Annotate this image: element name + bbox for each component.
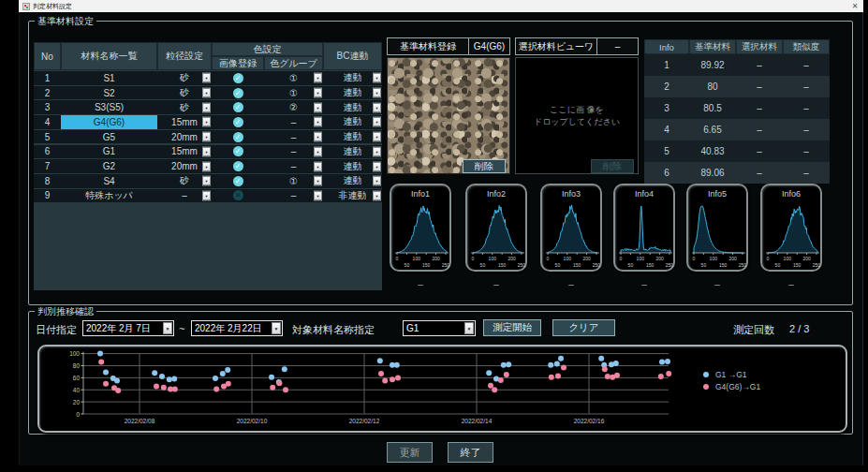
bc-link-select[interactable]: 連動▼ (323, 145, 382, 159)
color-group-select[interactable]: –▼ (264, 115, 323, 129)
grain-size-select[interactable]: 砂▼ (157, 174, 212, 188)
svg-text:0: 0 (472, 256, 475, 261)
chevron-down-icon[interactable]: ▼ (314, 102, 322, 112)
viewer-delete-button[interactable]: 削除 (591, 159, 634, 173)
info-row-sel: – (736, 119, 783, 140)
reference-delete-button[interactable]: 削除 (463, 159, 506, 173)
chevron-down-icon[interactable]: ▼ (373, 102, 381, 112)
cross-circle-icon: ✕ (233, 190, 243, 200)
chevron-down-icon[interactable]: ▼ (202, 88, 211, 98)
color-group-select[interactable]: –▼ (264, 189, 323, 203)
material-row-no: 1 (34, 71, 61, 85)
material-row-name[interactable]: S2 (61, 86, 157, 100)
chevron-down-icon[interactable]: ▼ (373, 132, 381, 142)
chevron-down-icon[interactable]: ▼ (314, 88, 322, 98)
info-card-value: – (686, 279, 748, 290)
measure-start-button[interactable]: 測定開始 (483, 319, 541, 336)
color-group-select[interactable]: –▼ (264, 145, 323, 159)
svg-text:200: 200 (582, 256, 591, 261)
grain-size-select[interactable]: 15mm▼ (157, 115, 212, 129)
chevron-down-icon[interactable]: ▼ (373, 88, 381, 98)
grain-size-select[interactable]: 20mm▼ (157, 159, 212, 173)
material-row-no: 2 (34, 86, 61, 100)
chevron-down-icon[interactable]: ▼ (314, 117, 322, 127)
update-button[interactable]: 更新 (387, 442, 433, 463)
info-card-value: – (465, 279, 527, 290)
chevron-down-icon[interactable]: ▼ (373, 117, 381, 127)
chevron-down-icon[interactable]: ▼ (314, 176, 322, 186)
grain-size-select[interactable]: –▼ (157, 189, 212, 203)
color-group-select[interactable]: ①▼ (264, 86, 323, 100)
bc-link-select[interactable]: 連動▼ (323, 130, 382, 144)
material-row-name[interactable]: G1 (61, 145, 157, 159)
chevron-down-icon[interactable]: ▼ (202, 161, 211, 171)
material-row-name[interactable]: S1 (61, 71, 157, 85)
check-circle-icon: ✓ (233, 102, 243, 112)
info-card: Info1050100150200250 (390, 184, 451, 272)
chevron-down-icon[interactable]: ▼ (202, 176, 211, 186)
chevron-down-icon[interactable]: ▼ (202, 102, 211, 112)
chevron-down-icon[interactable]: ▼ (314, 73, 322, 83)
target-material-combo[interactable]: G1 ▼ (403, 320, 476, 336)
exit-button[interactable]: 終了 (448, 442, 493, 463)
grain-size-select[interactable]: 15mm▼ (157, 145, 212, 159)
chevron-down-icon[interactable]: ▼ (202, 190, 211, 200)
material-row-name[interactable]: G2 (61, 159, 157, 173)
date-from-combo[interactable]: 2022年 2月 7日 ▼ (82, 320, 174, 336)
chevron-down-icon[interactable]: ▼ (314, 146, 322, 156)
legend-dot (703, 384, 709, 390)
image-drop-area[interactable]: ここに画 像を ドロップしてください (515, 57, 639, 174)
chevron-down-icon[interactable]: ▼ (202, 73, 211, 83)
grain-size-select[interactable]: 20mm▼ (157, 130, 212, 144)
svg-text:150: 150 (573, 262, 581, 268)
chevron-down-icon[interactable]: ▼ (373, 146, 381, 156)
info-row-no: 3 (644, 97, 689, 119)
scatter-point (97, 351, 103, 357)
color-group-select[interactable]: ①▼ (264, 174, 323, 188)
chevron-down-icon[interactable]: ▼ (373, 161, 381, 171)
chevron-down-icon[interactable]: ▼ (272, 322, 281, 334)
info-row-sim: – (783, 119, 830, 140)
material-row-name[interactable]: G5 (61, 130, 157, 144)
color-group-select[interactable]: ①▼ (264, 71, 323, 85)
chevron-down-icon[interactable]: ▼ (373, 190, 381, 200)
date-to-combo[interactable]: 2022年 2月22日 ▼ (191, 320, 283, 336)
color-group-select[interactable]: ②▼ (264, 100, 323, 114)
grain-size-select[interactable]: 砂▼ (157, 86, 212, 100)
bc-link-select[interactable]: 連動▼ (323, 174, 382, 188)
color-group-select[interactable]: –▼ (264, 130, 323, 144)
chevron-down-icon[interactable]: ▼ (202, 146, 211, 156)
bc-link-select[interactable]: 非連動▼ (323, 189, 382, 203)
material-row-name[interactable]: S3(S5) (61, 100, 157, 114)
grain-size-select[interactable]: 砂▼ (157, 71, 212, 85)
scatter-point (154, 383, 159, 389)
bc-link-select[interactable]: 連動▼ (323, 159, 382, 173)
material-row-name[interactable]: 特殊ホッパ (61, 189, 157, 203)
chevron-down-icon[interactable]: ▼ (373, 176, 381, 186)
clear-button[interactable]: クリア (552, 319, 615, 336)
chevron-down-icon[interactable]: ▼ (314, 161, 322, 171)
svg-text:2022/02/16: 2022/02/16 (574, 418, 605, 424)
chevron-down-icon[interactable]: ▼ (202, 132, 211, 142)
chevron-down-icon[interactable]: ▼ (314, 132, 322, 142)
info-row-sim: – (783, 162, 830, 184)
bc-link-select[interactable]: 連動▼ (323, 100, 382, 114)
chevron-down-icon[interactable]: ▼ (314, 190, 322, 200)
scatter-point (492, 387, 497, 392)
check-circle-icon: ✓ (233, 146, 243, 156)
scatter-point (659, 360, 665, 365)
chevron-down-icon[interactable]: ▼ (202, 117, 211, 127)
check-circle-icon: ✓ (233, 176, 243, 186)
chevron-down-icon[interactable]: ▼ (464, 322, 474, 334)
color-group-select[interactable]: –▼ (264, 159, 323, 173)
material-row-name[interactable]: S4 (61, 174, 157, 188)
chevron-down-icon[interactable]: ▼ (163, 322, 172, 334)
bc-link-select[interactable]: 連動▼ (323, 115, 382, 129)
close-icon[interactable]: ✕ (846, 0, 863, 12)
bc-link-select[interactable]: 連動▼ (323, 71, 382, 85)
bc-link-select[interactable]: 連動▼ (323, 86, 382, 100)
material-row-name[interactable]: G4(G6) (61, 115, 157, 129)
measure-count-value: 2 / 3 (789, 323, 809, 334)
grain-size-select[interactable]: 砂▼ (157, 100, 212, 114)
chevron-down-icon[interactable]: ▼ (373, 73, 381, 83)
